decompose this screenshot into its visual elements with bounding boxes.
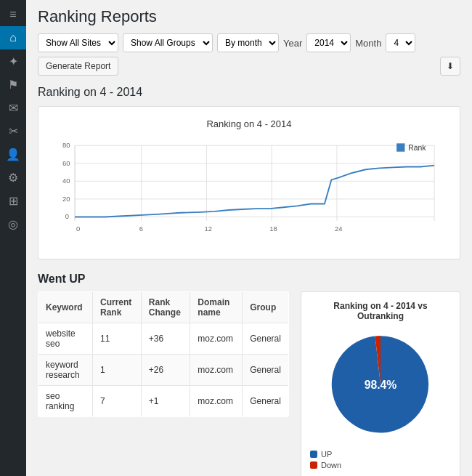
went-up-section: Went UP Keyword Current Rank Rank Change… bbox=[38, 273, 460, 476]
pie1-title: Ranking on 4 - 2014 vs Outranking bbox=[310, 301, 451, 321]
sidebar-menu-icon[interactable]: ≡ bbox=[0, 3, 26, 26]
pie1-legend: UP Down bbox=[310, 450, 451, 469]
sidebar-comment-icon[interactable]: ✉ bbox=[0, 96, 26, 119]
svg-rect-21 bbox=[396, 143, 404, 151]
pie1-box: Ranking on 4 - 2014 vs Outranking 98.4% bbox=[301, 291, 460, 476]
period-select[interactable]: By month By year bbox=[217, 33, 279, 52]
table-row: keyword research1+26moz.comGeneral bbox=[38, 355, 289, 386]
table-cell: 11 bbox=[93, 323, 142, 355]
table-cell: seo ranking bbox=[38, 386, 93, 417]
table-row: seo ranking7+1moz.comGeneral bbox=[38, 386, 289, 417]
svg-text:40: 40 bbox=[62, 177, 70, 185]
down-label: Down bbox=[321, 461, 341, 469]
pie1-legend-up: UP bbox=[310, 450, 451, 459]
table-row: website seo11+36moz.comGeneral bbox=[38, 323, 289, 355]
table-cell: +26 bbox=[141, 355, 190, 386]
generate-button[interactable]: Generate Report bbox=[38, 57, 118, 76]
main-content: Ranking Reports Show All Sites Show All … bbox=[26, 0, 472, 476]
sidebar-settings-icon[interactable]: ⚙ bbox=[0, 166, 26, 189]
sidebar: ≡ ⌂ ✦ ⚑ ✉ ✂ 👤 ⚙ ⊞ ◎ bbox=[0, 0, 26, 476]
up-dot bbox=[310, 451, 317, 458]
svg-text:6: 6 bbox=[139, 225, 143, 233]
line-chart-container: Ranking on 4 - 2014 80 60 40 20 0 0 6 12… bbox=[38, 106, 460, 259]
site-select[interactable]: Show All Sites bbox=[38, 33, 118, 52]
sidebar-tool-icon[interactable]: ✂ bbox=[0, 119, 26, 142]
down-dot bbox=[310, 461, 317, 469]
year-select[interactable]: 2014 bbox=[306, 33, 351, 52]
sidebar-grid-icon[interactable]: ⊞ bbox=[0, 189, 26, 212]
chart-title: Ranking on 4 - 2014 bbox=[50, 118, 448, 129]
sidebar-circle-icon[interactable]: ◎ bbox=[0, 212, 26, 235]
svg-text:18: 18 bbox=[269, 225, 277, 233]
table-cell: moz.com bbox=[190, 355, 243, 386]
table-cell: General bbox=[243, 386, 289, 417]
went-up-table: Keyword Current Rank Rank Change Domain … bbox=[38, 291, 289, 417]
month-select[interactable]: 4 bbox=[386, 33, 415, 52]
pie1-col: Ranking on 4 - 2014 vs Outranking 98.4% bbox=[301, 291, 460, 476]
table-cell: 7 bbox=[93, 386, 142, 417]
line-chart: 80 60 40 20 0 0 6 12 18 24 bbox=[50, 135, 448, 245]
toolbar: Show All Sites Show All Groups By month … bbox=[38, 33, 460, 76]
page-title: Ranking Reports bbox=[38, 7, 460, 26]
col-keyword: Keyword bbox=[38, 292, 93, 323]
sidebar-flag-icon[interactable]: ⚑ bbox=[0, 73, 26, 96]
col-domain: Domain name bbox=[190, 292, 243, 323]
svg-text:0: 0 bbox=[76, 225, 80, 233]
went-up-title: Went UP bbox=[38, 273, 460, 286]
col-group: Group bbox=[243, 292, 289, 323]
table-cell: moz.com bbox=[190, 386, 243, 417]
ranking-title: Ranking on 4 - 2014 bbox=[38, 86, 460, 99]
svg-text:20: 20 bbox=[62, 195, 70, 203]
went-up-table-col: Keyword Current Rank Rank Change Domain … bbox=[38, 291, 289, 417]
svg-text:24: 24 bbox=[335, 225, 343, 233]
col-rank-change: Rank Change bbox=[141, 292, 190, 323]
svg-text:Rank: Rank bbox=[408, 144, 426, 152]
svg-text:12: 12 bbox=[205, 225, 213, 233]
table-cell: +1 bbox=[141, 386, 190, 417]
svg-text:60: 60 bbox=[62, 159, 70, 167]
went-up-row: Keyword Current Rank Rank Change Domain … bbox=[38, 291, 460, 476]
col-current-rank: Current Rank bbox=[93, 292, 142, 323]
table-cell: moz.com bbox=[190, 323, 243, 355]
table-cell: +36 bbox=[141, 323, 190, 355]
table-cell: General bbox=[243, 323, 289, 355]
pie1-legend-down: Down bbox=[310, 461, 451, 469]
table-cell: General bbox=[243, 355, 289, 386]
up-label: UP bbox=[321, 450, 332, 459]
group-select[interactable]: Show All Groups bbox=[123, 33, 213, 52]
download-button[interactable]: ⬇ bbox=[440, 57, 460, 76]
svg-text:98.4%: 98.4% bbox=[365, 379, 397, 391]
svg-text:80: 80 bbox=[62, 141, 70, 149]
table-cell: keyword research bbox=[38, 355, 93, 386]
table-cell: website seo bbox=[38, 323, 93, 355]
svg-text:0: 0 bbox=[65, 212, 69, 220]
table-cell: 1 bbox=[93, 355, 142, 386]
year-label: Year bbox=[283, 38, 302, 49]
sidebar-home-icon[interactable]: ⌂ bbox=[0, 26, 26, 49]
sidebar-star-icon[interactable]: ✦ bbox=[0, 49, 26, 73]
pie1-chart: 98.4% bbox=[310, 327, 451, 442]
sidebar-user-icon[interactable]: 👤 bbox=[0, 142, 26, 166]
month-label: Month bbox=[355, 38, 381, 49]
